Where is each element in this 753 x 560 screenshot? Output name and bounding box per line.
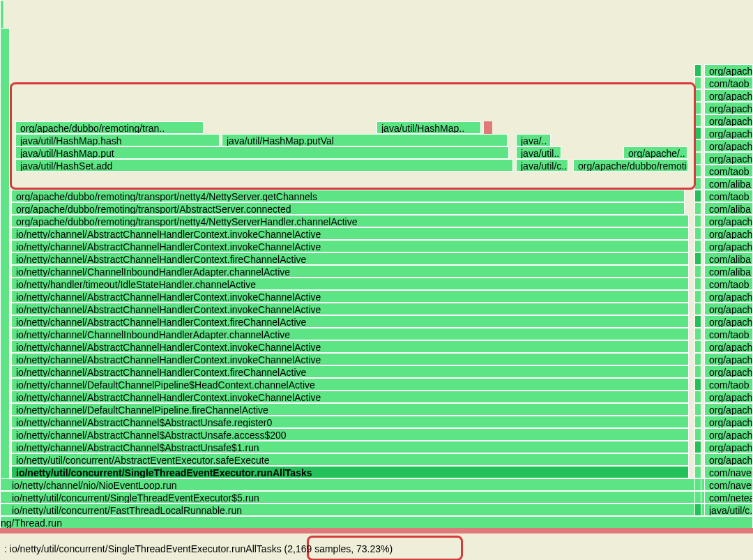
flame-frame[interactable]: io/netty/channel/AbstractChannelHandlerC… — [11, 240, 689, 252]
flame-sliver — [0, 28, 10, 516]
flame-sliver — [694, 215, 701, 227]
flame-frame[interactable]: org/apach — [704, 127, 753, 139]
flame-frame[interactable]: org/apach — [704, 340, 753, 353]
flame-frame[interactable]: io/netty/channel/AbstractChannel$Abstrac… — [11, 441, 689, 453]
flame-sliver — [694, 227, 701, 240]
flame-frame[interactable]: io/netty/channel/ChannelInboundHandlerAd… — [11, 328, 689, 340]
flame-sliver — [694, 353, 701, 365]
flame-frame[interactable]: com/aliba — [704, 265, 753, 278]
flame-frame[interactable]: io/netty/channel/DefaultChannelPipeline$… — [11, 378, 689, 391]
flame-frame[interactable]: com/netease — [704, 491, 753, 504]
flame-frame[interactable]: org/apache/dubbo/remoting/tran.. — [15, 121, 204, 134]
flame-sliver — [694, 139, 701, 152]
flame-frame[interactable]: org/apach — [704, 365, 753, 378]
tooltip-status: : io/netty/util/concurrent/SingleThreadE… — [0, 543, 753, 554]
flame-frame[interactable]: io/netty/channel/AbstractChannel$Abstrac… — [11, 416, 689, 428]
flame-frame[interactable]: com/aliba — [704, 202, 753, 215]
flame-frame[interactable]: io/netty/channel/AbstractChannelHandlerC… — [11, 227, 689, 240]
flame-sliver — [694, 265, 701, 278]
flame-frame[interactable]: java/util/c.. — [704, 504, 753, 516]
flame-frame[interactable]: io/netty/channel/AbstractChannelHandlerC… — [11, 365, 689, 378]
flame-frame[interactable]: org/apach — [704, 215, 753, 227]
flame-frame[interactable]: org/apach — [704, 114, 753, 127]
flame-frame[interactable]: org/apach — [704, 416, 753, 428]
flame-sliver — [694, 278, 701, 290]
flame-frame[interactable]: io/netty/channel/AbstractChannelHandlerC… — [11, 290, 689, 303]
flame-frame[interactable]: com/taob — [704, 190, 753, 202]
status-method: io/netty/util/concurrent/SingleThreadEve… — [10, 543, 282, 554]
flame-frame[interactable]: io/netty/channel/AbstractChannelHandlerC… — [11, 340, 689, 353]
flame-sliver — [694, 77, 701, 89]
flame-frame[interactable]: io/netty/channel/AbstractChannelHandlerC… — [11, 315, 689, 328]
flame-frame[interactable]: io/netty/channel/DefaultChannelPipeline.… — [11, 403, 689, 416]
flame-sliver — [694, 190, 701, 202]
flame-frame[interactable]: org/apache/.. — [623, 146, 687, 159]
flame-sliver — [694, 202, 701, 215]
flame-frame[interactable]: io/netty/channel/nio/NioEventLoop.run — [0, 478, 753, 491]
flame-sliver — [694, 391, 701, 403]
flame-frame[interactable]: org/apach — [704, 353, 753, 365]
flame-frame[interactable]: org/apach — [704, 315, 753, 328]
flame-frame[interactable]: java/util/HashMap.. — [376, 121, 481, 134]
flame-frame[interactable]: org/apach — [704, 428, 753, 441]
flame-frame[interactable]: com/taob — [704, 278, 753, 290]
flame-frame[interactable]: org/apach — [704, 152, 753, 165]
flame-frame[interactable]: java/util/HashMap.hash — [15, 134, 220, 146]
status-prefix: : — [4, 543, 10, 554]
flame-frame[interactable]: org/apach — [704, 240, 753, 252]
flame-sliver — [694, 89, 701, 102]
flame-sliver — [694, 114, 701, 127]
flame-frame[interactable]: com/naverc — [704, 466, 753, 478]
flame-frame[interactable]: java/.. — [516, 134, 551, 146]
flame-frame[interactable]: io/netty/channel/AbstractChannelHandlerC… — [11, 391, 689, 403]
flame-sliver — [694, 315, 701, 328]
flame-frame[interactable]: com/taob — [704, 328, 753, 340]
flame-frame[interactable]: org/apach — [704, 227, 753, 240]
flame-frame[interactable]: java/util/HashMap.put — [15, 146, 509, 159]
flame-frame[interactable]: com/aliba — [704, 252, 753, 265]
flame-frame[interactable]: org/apach — [704, 139, 753, 152]
flame-frame[interactable]: io/netty/channel/ChannelInboundHandlerAd… — [11, 265, 689, 278]
flame-frame[interactable]: com/naverc — [704, 478, 753, 491]
flame-frame[interactable]: io/netty/util/concurrent/FastThreadLocal… — [0, 504, 753, 516]
flame-frame[interactable]: com/aliba — [704, 177, 753, 190]
flame-frame[interactable]: io/netty/channel/AbstractChannelHandlerC… — [11, 303, 689, 315]
flame-frame[interactable]: java/util.. — [516, 146, 561, 159]
flame-frame[interactable]: org/apach — [704, 290, 753, 303]
flame-frame[interactable]: org/apach — [704, 441, 753, 453]
flame-frame[interactable]: com/taob — [704, 77, 753, 89]
flame-sliver — [694, 152, 701, 165]
flame-frame[interactable]: org/apach — [704, 89, 753, 102]
flame-frame[interactable]: org/apache/dubbo/remoting/transport/nett… — [11, 215, 689, 227]
flame-frame[interactable]: io/netty/util/concurrent/SingleThreadEve… — [0, 491, 753, 504]
flame-frame[interactable]: com/taob — [704, 165, 753, 177]
flame-frame[interactable]: org/apach — [704, 391, 753, 403]
flame-frame[interactable]: org/apach — [704, 64, 753, 77]
flame-frame[interactable]: io/netty/handler/timeout/IdleStateHandle… — [11, 278, 689, 290]
flame-sliver — [694, 165, 701, 177]
flame-frame[interactable]: org/apach — [704, 453, 753, 466]
flame-sliver — [694, 491, 701, 504]
flame-frame[interactable]: java/util/c.. — [516, 159, 568, 172]
flame-frame[interactable]: io/netty/channel/AbstractChannelHandlerC… — [11, 353, 689, 365]
flame-frame[interactable]: org/apach — [704, 403, 753, 416]
flame-sliver — [694, 453, 701, 466]
flame-sliver — [694, 365, 701, 378]
flame-frame[interactable]: com/taob — [704, 378, 753, 391]
flame-sliver — [694, 240, 701, 252]
flame-frame[interactable]: ng/Thread.run — [0, 516, 753, 529]
flame-frame[interactable]: org/apache/dubbo/remoting/.. — [573, 159, 688, 172]
flame-frame[interactable]: java/util/HashSet.add — [15, 159, 513, 172]
flame-frame[interactable]: io/netty/channel/AbstractChannel$Abstrac… — [11, 428, 689, 441]
flame-sliver — [694, 378, 701, 391]
flame-frame[interactable]: io/netty/util/concurrent/SingleThreadEve… — [11, 466, 689, 478]
flame-frame[interactable]: io/netty/channel/AbstractChannelHandlerC… — [11, 252, 689, 265]
flame-frame[interactable]: org/apach — [704, 102, 753, 114]
flame-frame[interactable]: io/netty/util/concurrent/AbstractEventEx… — [11, 453, 689, 466]
flame-frame-hot[interactable] — [484, 121, 492, 134]
flame-frame[interactable]: java/util/HashMap.putVal — [222, 134, 508, 146]
status-detail: (2,169 samples, 73.23%) — [282, 543, 393, 554]
flame-frame[interactable]: org/apach — [704, 303, 753, 315]
flame-frame[interactable]: org/apache/dubbo/remoting/transport/Abst… — [11, 202, 685, 215]
flame-frame[interactable]: org/apache/dubbo/remoting/transport/nett… — [11, 190, 685, 202]
